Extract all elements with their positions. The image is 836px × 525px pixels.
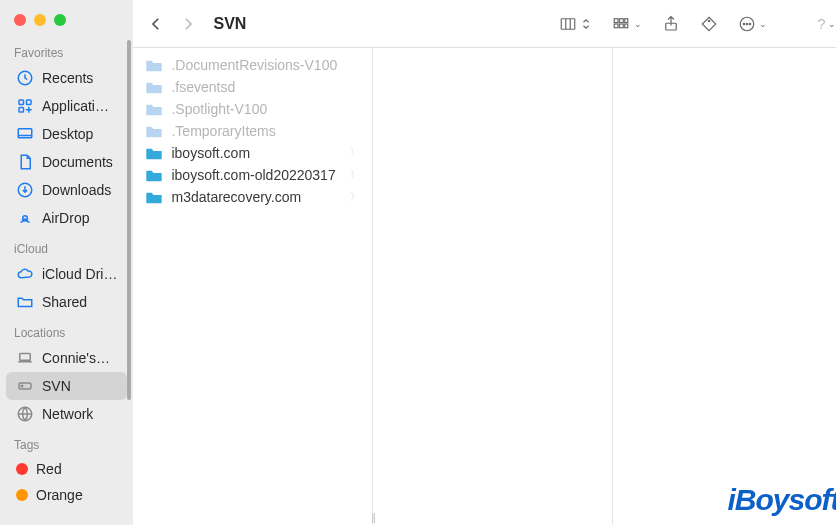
tag-red-icon (16, 463, 28, 475)
sidebar-item-applications[interactable]: Applicati… (6, 92, 127, 120)
shared-folder-icon (16, 293, 34, 311)
laptop-icon (16, 349, 34, 367)
sidebar-item-icloud-drive[interactable]: iCloud Dri… (6, 260, 127, 288)
svg-rect-12 (614, 18, 618, 22)
close-window-button[interactable] (14, 14, 26, 26)
network-icon (16, 405, 34, 423)
chevron-down-icon: ⌄ (828, 19, 836, 29)
svg-rect-11 (561, 18, 575, 29)
file-name: .DocumentRevisions-V100 (171, 57, 360, 73)
chevron-down-icon: ⌄ (634, 19, 642, 29)
file-name: iboysoft.com-old20220317 (171, 167, 342, 183)
share-button[interactable] (657, 12, 685, 36)
sidebar-group-favorites: Favorites (0, 36, 133, 64)
chevron-right-icon: 〉 (350, 190, 360, 204)
sidebar-item-connies-mac[interactable]: Connie's… (6, 344, 127, 372)
svg-rect-1 (19, 100, 24, 105)
column-1[interactable]: .DocumentRevisions-V100.fseventsd.Spotli… (133, 48, 373, 525)
svg-rect-17 (625, 24, 628, 28)
sidebar-item-tag-orange[interactable]: Orange (6, 482, 127, 508)
column-2[interactable] (373, 48, 613, 525)
file-name: .fseventsd (171, 79, 360, 95)
svg-rect-16 (620, 24, 624, 28)
tag-orange-icon (16, 489, 28, 501)
svg-rect-14 (625, 18, 628, 22)
sidebar-item-label: Desktop (42, 126, 93, 142)
svg-rect-2 (27, 100, 32, 105)
sidebar-item-tag-red[interactable]: Red (6, 456, 127, 482)
file-name: .TemporaryItems (171, 123, 360, 139)
sidebar-item-label: Orange (36, 487, 83, 503)
svg-point-19 (708, 20, 710, 22)
svg-rect-15 (614, 24, 618, 28)
download-icon (16, 181, 34, 199)
toolbar: SVN ⌄ ⌄ ? ⌄ (133, 0, 836, 48)
sidebar-item-label: Documents (42, 154, 113, 170)
file-name: m3datarecovery.com (171, 189, 342, 205)
sidebar-item-documents[interactable]: Documents (6, 148, 127, 176)
zoom-window-button[interactable] (54, 14, 66, 26)
sidebar-item-label: Applicati… (42, 98, 109, 114)
file-row[interactable]: m3datarecovery.com〉 (137, 186, 368, 208)
sidebar-item-desktop[interactable]: Desktop (6, 120, 127, 148)
column-resize-handle[interactable]: || (371, 512, 374, 523)
sidebar-item-downloads[interactable]: Downloads (6, 176, 127, 204)
sidebar-item-network[interactable]: Network (6, 400, 127, 428)
clock-icon (16, 69, 34, 87)
column-3[interactable] (613, 48, 836, 525)
sidebar-group-locations: Locations (0, 316, 133, 344)
sidebar-group-icloud: iCloud (0, 232, 133, 260)
svg-rect-7 (20, 354, 31, 361)
svg-point-9 (21, 385, 23, 387)
sidebar-scrollbar[interactable] (127, 40, 131, 400)
file-row[interactable]: .TemporaryItems (137, 120, 368, 142)
file-row[interactable]: iboysoft.com-old20220317〉 (137, 164, 368, 186)
sidebar-item-label: Recents (42, 70, 93, 86)
sidebar-item-label: Connie's… (42, 350, 110, 366)
svg-point-21 (743, 23, 745, 25)
main-panel: SVN ⌄ ⌄ ? ⌄ (133, 0, 836, 525)
svg-rect-4 (18, 129, 32, 138)
sidebar-item-recents[interactable]: Recents (6, 64, 127, 92)
svg-point-23 (749, 23, 751, 25)
sidebar-item-label: iCloud Dri… (42, 266, 117, 282)
airdrop-icon (16, 209, 34, 227)
svg-rect-13 (620, 18, 624, 22)
minimize-window-button[interactable] (34, 14, 46, 26)
group-by-button[interactable]: ⌄ (606, 12, 647, 36)
file-name: iboysoft.com (171, 145, 342, 161)
file-row[interactable]: iboysoft.com〉 (137, 142, 368, 164)
sidebar-item-label: AirDrop (42, 210, 89, 226)
sidebar-item-label: Network (42, 406, 93, 422)
disk-icon (16, 377, 34, 395)
view-mode-button[interactable] (553, 12, 596, 36)
window-controls (0, 0, 133, 36)
sidebar-item-shared[interactable]: Shared (6, 288, 127, 316)
document-icon (16, 153, 34, 171)
sidebar-item-label: Downloads (42, 182, 111, 198)
window-title: SVN (213, 15, 246, 33)
apps-icon (16, 97, 34, 115)
tags-button[interactable] (695, 12, 723, 36)
help-button[interactable]: ? ⌄ (812, 12, 836, 35)
cloud-icon (16, 265, 34, 283)
file-name: .Spotlight-V100 (171, 101, 360, 117)
sidebar-item-svn[interactable]: SVN (6, 372, 127, 400)
action-menu-button[interactable]: ⌄ (733, 12, 772, 36)
chevron-down-icon: ⌄ (759, 19, 767, 29)
help-icon: ? (817, 15, 825, 32)
chevron-right-icon: 〉 (350, 146, 360, 160)
desktop-icon (16, 125, 34, 143)
watermark: iBoysoft (727, 483, 836, 517)
sidebar-item-label: Red (36, 461, 62, 477)
file-row[interactable]: .fseventsd (137, 76, 368, 98)
sidebar: Favorites Recents Applicati… Desktop Doc… (0, 0, 133, 525)
forward-button[interactable] (177, 13, 199, 35)
sidebar-item-airdrop[interactable]: AirDrop (6, 204, 127, 232)
column-view: .DocumentRevisions-V100.fseventsd.Spotli… (133, 48, 836, 525)
finder-window: Favorites Recents Applicati… Desktop Doc… (0, 0, 836, 525)
back-button[interactable] (145, 13, 167, 35)
file-row[interactable]: .DocumentRevisions-V100 (137, 54, 368, 76)
file-row[interactable]: .Spotlight-V100 (137, 98, 368, 120)
svg-point-22 (746, 23, 748, 25)
